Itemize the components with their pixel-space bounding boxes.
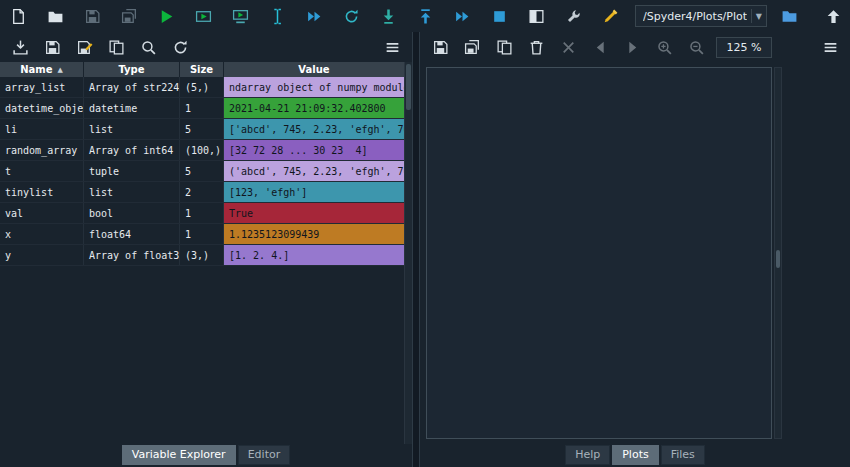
cell-value[interactable]: 2021-04-21 21:09:32.402800 [224, 98, 404, 118]
run-selection-icon[interactable] [265, 4, 289, 28]
left-tab-bar: Variable ExplorerEditor [0, 444, 412, 467]
import-data-icon[interactable] [8, 35, 32, 59]
debug-file-icon[interactable] [339, 4, 363, 28]
tab-editor[interactable]: Editor [238, 445, 291, 465]
remove-all-plots-icon[interactable] [556, 35, 580, 59]
open-file-icon[interactable] [43, 4, 67, 28]
table-row[interactable]: datetime_objectdatetime12021-04-21 21:09… [0, 98, 404, 119]
tab-variable-explorer[interactable]: Variable Explorer [122, 445, 236, 465]
continue-execution-icon[interactable] [450, 4, 474, 28]
working-directory-combo[interactable]: /Spyder4/Plots/Plots ▼ [635, 5, 767, 27]
column-header-size[interactable]: Size [180, 62, 224, 77]
cell-size[interactable]: 1 [180, 98, 224, 118]
cell-type[interactable]: Array of float32 [84, 245, 180, 265]
table-row[interactable]: valbool1True [0, 203, 404, 224]
vertical-scrollbar[interactable] [404, 62, 412, 444]
run-cell-advance-icon[interactable] [228, 4, 252, 28]
plots-options-menu-icon[interactable] [818, 35, 842, 59]
table-row[interactable]: xfloat6411.1235123099439 [0, 224, 404, 245]
cell-name[interactable]: datetime_object [0, 98, 84, 118]
cell-type[interactable]: bool [84, 203, 180, 223]
cell-value[interactable]: ['abcd', 745, 2.23, 'efgh', 70.2] [224, 119, 404, 139]
cell-size[interactable]: (3,) [180, 245, 224, 265]
variable-table-body: array_listArray of str224(5,)ndarray obj… [0, 77, 404, 266]
cell-value[interactable]: [32 72 28 ... 30 23 4] [224, 140, 404, 160]
save-all-plots-icon[interactable] [460, 35, 484, 59]
column-header-type[interactable]: Type [84, 62, 180, 77]
cell-value[interactable]: [1. 2. 4.] [224, 245, 404, 265]
cell-name[interactable]: val [0, 203, 84, 223]
cell-type[interactable]: tuple [84, 161, 180, 181]
scrollbar-thumb[interactable] [406, 64, 411, 110]
table-row[interactable]: array_listArray of str224(5,)ndarray obj… [0, 77, 404, 98]
zoom-out-icon[interactable] [684, 35, 708, 59]
table-row[interactable]: random_arrayArray of int64(100,)[32 72 2… [0, 140, 404, 161]
cell-name[interactable]: t [0, 161, 84, 181]
tab-files[interactable]: Files [661, 445, 705, 465]
table-row[interactable]: lilist5['abcd', 745, 2.23, 'efgh', 70.2] [0, 119, 404, 140]
step-return-icon[interactable] [413, 4, 437, 28]
column-header-name[interactable]: Name ▲ [0, 62, 84, 77]
run-file-icon[interactable] [154, 4, 178, 28]
parent-directory-icon[interactable] [821, 4, 845, 28]
tab-plots[interactable]: Plots [612, 445, 658, 465]
copy-data-icon[interactable] [104, 35, 128, 59]
cell-type[interactable]: float64 [84, 224, 180, 244]
save-data-as-icon[interactable] [72, 35, 96, 59]
table-row[interactable]: tinylistlist2[123, 'efgh'] [0, 182, 404, 203]
main-toolbar: /Spyder4/Plots/Plots ▼ [0, 0, 850, 32]
table-row[interactable]: ttuple5('abcd', 745, 2.23, 'efgh', 70.2) [0, 161, 404, 182]
column-header-value[interactable]: Value [224, 62, 404, 77]
cell-value[interactable]: ('abcd', 745, 2.23, 'efgh', 70.2) [224, 161, 404, 181]
cell-size[interactable]: 5 [180, 161, 224, 181]
cell-type[interactable]: Array of int64 [84, 140, 180, 160]
cell-type[interactable]: Array of str224 [84, 77, 180, 97]
save-data-icon[interactable] [40, 35, 64, 59]
run-cell-icon[interactable] [191, 4, 215, 28]
cell-size[interactable]: (5,) [180, 77, 224, 97]
cell-name[interactable]: array_list [0, 77, 84, 97]
cell-value[interactable]: ndarray object of numpy module [224, 77, 404, 97]
cell-size[interactable]: 1 [180, 224, 224, 244]
preferences-wrench-icon[interactable] [561, 4, 585, 28]
save-file-icon[interactable] [80, 4, 104, 28]
cell-name[interactable]: li [0, 119, 84, 139]
next-plot-icon[interactable] [620, 35, 644, 59]
plots-scrollbar[interactable] [774, 67, 782, 439]
cell-type[interactable]: datetime [84, 98, 180, 118]
browse-working-directory-icon[interactable] [777, 4, 801, 28]
zoom-in-icon[interactable] [652, 35, 676, 59]
cell-size[interactable]: 5 [180, 119, 224, 139]
remove-plot-icon[interactable] [524, 35, 548, 59]
cell-type[interactable]: list [84, 182, 180, 202]
save-plot-icon[interactable] [428, 35, 452, 59]
cell-size[interactable]: 1 [180, 203, 224, 223]
find-variable-icon[interactable] [136, 35, 160, 59]
maximize-pane-icon[interactable] [524, 4, 548, 28]
cell-value[interactable]: [123, 'efgh'] [224, 182, 404, 202]
cell-value[interactable]: True [224, 203, 404, 223]
chevron-down-icon[interactable]: ▼ [751, 9, 762, 23]
cell-value[interactable]: 1.1235123099439 [224, 224, 404, 244]
cell-size[interactable]: (100,) [180, 140, 224, 160]
stop-execution-icon[interactable] [487, 4, 511, 28]
pythonpath-manager-icon[interactable] [598, 4, 622, 28]
new-file-icon[interactable] [6, 4, 30, 28]
cell-name[interactable]: y [0, 245, 84, 265]
step-into-icon[interactable] [376, 4, 400, 28]
save-all-icon[interactable] [117, 4, 141, 28]
table-row[interactable]: yArray of float32(3,)[1. 2. 4.] [0, 245, 404, 266]
plots-scrollbar-thumb[interactable] [776, 250, 780, 268]
cell-name[interactable]: random_array [0, 140, 84, 160]
tab-help[interactable]: Help [565, 445, 610, 465]
copy-plot-icon[interactable] [492, 35, 516, 59]
refresh-variables-icon[interactable] [168, 35, 192, 59]
cell-name[interactable]: tinylist [0, 182, 84, 202]
cell-type[interactable]: list [84, 119, 180, 139]
previous-plot-icon[interactable] [588, 35, 612, 59]
zoom-level-box[interactable]: 125 % [716, 37, 772, 58]
rerun-cell-icon[interactable] [302, 4, 326, 28]
options-menu-icon[interactable] [380, 35, 404, 59]
cell-size[interactable]: 2 [180, 182, 224, 202]
cell-name[interactable]: x [0, 224, 84, 244]
